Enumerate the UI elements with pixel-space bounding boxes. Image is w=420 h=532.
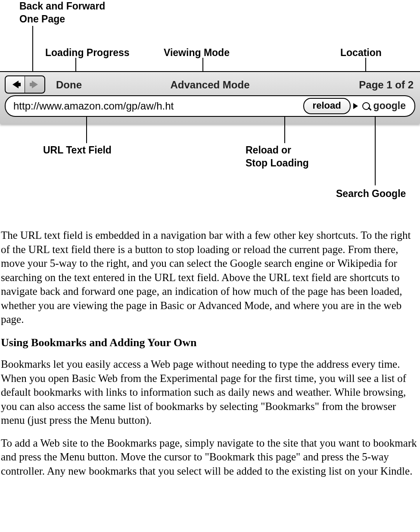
leader-line: [375, 116, 376, 185]
leader-line: [284, 116, 285, 143]
label-back-forward: Back and Forward One Page: [19, 0, 105, 26]
paragraph: To add a Web site to the Bookmarks page,…: [1, 436, 418, 479]
paragraph: The URL text field is embedded in a navi…: [1, 228, 418, 327]
document-body: The URL text field is embedded in a navi…: [0, 228, 420, 478]
paragraph: Bookmarks let you easily access a Web pa…: [1, 357, 418, 428]
label-reload-stop: Reload or Stop Loading: [246, 144, 309, 170]
leader-line: [32, 26, 33, 75]
chevron-right-icon: [353, 103, 358, 109]
page-location-status: Page 1 of 2: [359, 78, 414, 91]
search-engine[interactable]: google: [362, 100, 414, 113]
browser-toolbar: Done Advanced Mode Page 1 of 2 http://ww…: [0, 71, 420, 124]
label-viewing-mode: Viewing Mode: [164, 47, 230, 59]
viewing-mode-status: Advanced Mode: [170, 78, 249, 91]
label-url-field: URL Text Field: [43, 144, 112, 157]
label-search-google: Search Google: [336, 188, 406, 200]
label-location: Location: [340, 47, 382, 59]
arrow-left-icon: [12, 81, 19, 88]
search-icon: [362, 102, 370, 110]
back-button[interactable]: [5, 75, 25, 94]
forward-button[interactable]: [25, 75, 45, 94]
arrow-right-icon: [32, 81, 38, 88]
url-input[interactable]: http://www.amazon.com/gp/aw/h.ht: [6, 99, 303, 113]
leader-line: [86, 116, 87, 143]
label-loading-progress: Loading Progress: [45, 47, 130, 59]
section-heading: Using Bookmarks and Adding Your Own: [1, 335, 418, 350]
reload-button[interactable]: reload: [303, 98, 351, 115]
annotated-toolbar-diagram: Back and Forward One Page Loading Progre…: [0, 0, 420, 203]
url-bar: http://www.amazon.com/gp/aw/h.ht reload …: [5, 95, 415, 117]
loading-status: Done: [56, 78, 82, 91]
search-engine-label: google: [373, 100, 406, 113]
